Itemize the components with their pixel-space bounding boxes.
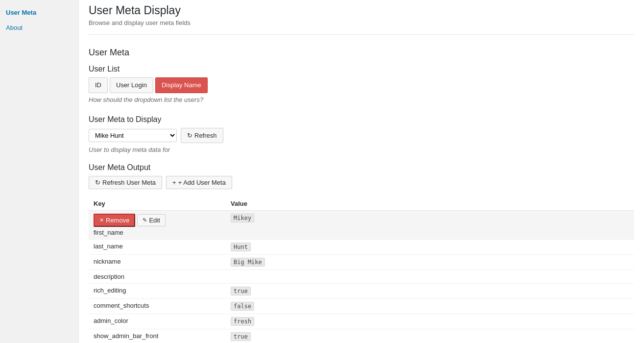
user-login-button[interactable]: User Login xyxy=(110,77,153,93)
output-actions: ↻ Refresh User Meta + + Add User Meta xyxy=(89,176,634,189)
value-cell: Hunt xyxy=(226,240,634,255)
divider xyxy=(89,34,634,35)
remove-button[interactable]: ✕ Remove xyxy=(94,214,135,227)
value-badge: Hunt xyxy=(231,243,251,251)
col-key-header: Key xyxy=(89,197,226,211)
id-button[interactable]: ID xyxy=(89,77,108,93)
section-main-title: User Meta xyxy=(89,43,634,58)
user-meta-output-section: User Meta Output ↻ Refresh User Meta + +… xyxy=(89,163,634,343)
value-badge: true xyxy=(231,332,251,341)
table-row: comment_shortcutsfalse xyxy=(89,299,634,314)
page-title: User Meta Display xyxy=(89,0,634,17)
key-label: nickname xyxy=(89,255,226,270)
refresh-meta-label: Refresh User Meta xyxy=(102,179,156,186)
table-row: ✕ Remove✎ Editfirst_nameMikey xyxy=(89,211,634,240)
value-badge: Big Mike xyxy=(231,258,265,267)
value-cell xyxy=(226,270,634,284)
remove-icon: ✕ xyxy=(99,217,104,223)
key-label: admin_color xyxy=(89,314,226,329)
value-cell: false xyxy=(226,299,634,314)
sidebar: User Meta About xyxy=(0,0,78,343)
sidebar-item-about[interactable]: About xyxy=(0,20,78,35)
value-badge: fresh xyxy=(231,317,254,326)
value-badge: false xyxy=(231,302,254,311)
user-meta-hint: User to display meta data for xyxy=(89,146,634,153)
refresh-meta-icon: ↻ xyxy=(95,179,100,186)
add-user-meta-button[interactable]: + + Add User Meta xyxy=(166,176,232,189)
col-value-header: Value xyxy=(226,197,634,211)
table-row: nicknameBig Mike xyxy=(89,255,634,270)
edit-button[interactable]: ✎ Edit xyxy=(137,214,165,226)
table-row: admin_colorfresh xyxy=(89,314,634,329)
key-label: first_name xyxy=(94,229,221,236)
value-badge: true xyxy=(231,287,251,295)
table-row: last_nameHunt xyxy=(89,240,634,255)
key-label: comment_shortcuts xyxy=(89,299,226,314)
value-cell: true xyxy=(226,329,634,343)
table-row: rich_editingtrue xyxy=(89,284,634,299)
row-actions: ✕ Remove✎ Edit xyxy=(94,214,221,227)
key-label: description xyxy=(89,270,226,284)
user-meta-output-label: User Meta Output xyxy=(89,163,634,172)
user-list-btn-group: ID User Login Display Name xyxy=(89,77,634,93)
value-cell: Big Mike xyxy=(226,255,634,270)
meta-table: Key Value ✕ Remove✎ Editfirst_nameMikeyl… xyxy=(89,197,634,343)
value-cell: true xyxy=(226,284,634,299)
value-badge: Mikey xyxy=(231,214,254,222)
display-name-button[interactable]: Display Name xyxy=(155,77,208,93)
key-label: last_name xyxy=(89,240,226,255)
dropdown-row: Mike Hunt John Doe Jane Smith ↻ Refresh xyxy=(89,128,634,144)
table-row: show_admin_bar_fronttrue xyxy=(89,329,634,343)
add-meta-label: + Add User Meta xyxy=(178,179,226,186)
table-row: description xyxy=(89,270,634,284)
page-subtitle: Browse and display user meta fields xyxy=(89,19,634,26)
refresh-icon: ↻ xyxy=(187,131,192,141)
user-list-label: User List xyxy=(89,65,634,74)
user-list-hint: How should the dropdown list the users? xyxy=(89,96,634,103)
refresh-label: Refresh xyxy=(194,131,217,141)
value-cell: fresh xyxy=(226,314,634,329)
refresh-user-meta-button[interactable]: ↻ Refresh User Meta xyxy=(89,176,162,189)
user-meta-display-label: User Meta to Display xyxy=(89,115,634,124)
refresh-button[interactable]: ↻ Refresh xyxy=(181,128,223,144)
value-cell: Mikey xyxy=(226,211,634,240)
add-icon: + xyxy=(172,179,176,186)
user-select[interactable]: Mike Hunt John Doe Jane Smith xyxy=(89,129,177,142)
user-meta-display-section: User Meta to Display Mike Hunt John Doe … xyxy=(89,115,634,154)
user-list-section: User List ID User Login Display Name How… xyxy=(89,65,634,103)
sidebar-item-user-meta[interactable]: User Meta xyxy=(0,5,78,20)
main-content: User Meta Display Browse and display use… xyxy=(78,0,644,343)
key-label: rich_editing xyxy=(89,284,226,299)
key-label: show_admin_bar_front xyxy=(89,329,226,343)
edit-icon: ✎ xyxy=(143,217,147,223)
table-header-row: Key Value xyxy=(89,197,634,211)
